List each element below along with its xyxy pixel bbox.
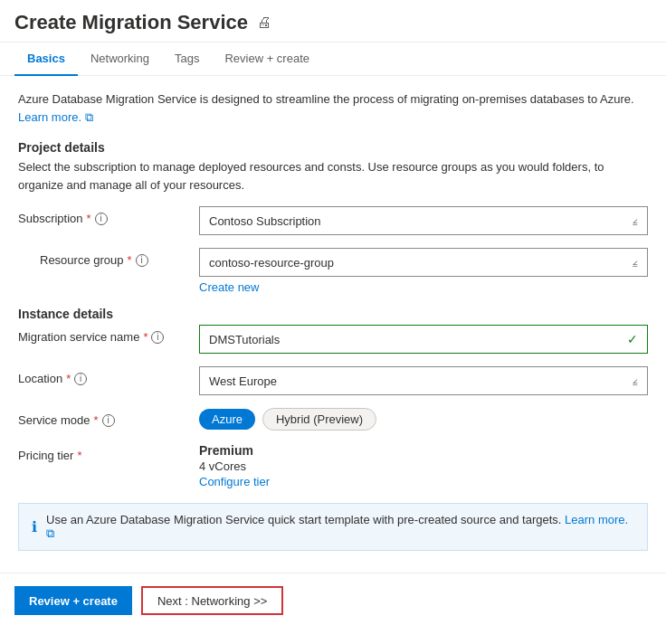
resource-group-info-icon[interactable]: i [136,254,148,267]
migration-service-name-input[interactable]: DMSTutorials ✓ [199,325,648,354]
migration-service-name-required: * [143,330,147,344]
next-networking-button[interactable]: Next : Networking >> [141,586,283,615]
page-header: Create Migration Service 🖨 [0,0,666,43]
migration-service-name-row: Migration service name * i DMSTutorials … [18,325,648,354]
pricing-tier-control: Premium 4 vCores Configure tier [199,443,648,488]
pricing-tier-label: Pricing tier * [18,443,199,462]
resource-group-control: contoso-resource-group ⦤ Create new [199,248,648,294]
subscription-chevron: ⦤ [633,215,638,226]
subscription-control: Contoso Subscription ⦤ [199,206,648,235]
service-mode-info-icon[interactable]: i [102,414,115,427]
location-select[interactable]: West Europe ⦤ [199,366,648,395]
service-mode-hybrid[interactable]: Hybrid (Preview) [262,408,376,431]
footer: Review + create Next : Networking >> [0,573,666,628]
tab-review-create[interactable]: Review + create [212,43,322,76]
review-create-button[interactable]: Review + create [14,586,132,615]
resource-group-select[interactable]: contoso-resource-group ⦤ [199,248,648,277]
migration-service-name-control: DMSTutorials ✓ [199,325,648,354]
tab-basics[interactable]: Basics [14,43,78,76]
valid-check-icon: ✓ [627,332,638,346]
intro-description: Azure Database Migration Service is desi… [18,90,648,126]
resource-group-row: Resource group * i contoso-resource-grou… [33,248,648,294]
subscription-required: * [87,212,91,225]
subscription-label: Subscription * i [18,206,199,225]
tab-networking[interactable]: Networking [78,43,162,76]
tab-bar: Basics Networking Tags Review + create [0,43,666,76]
pricing-tier-name: Premium [199,443,648,458]
migration-service-name-label: Migration service name * i [18,325,199,344]
intro-section: Azure Database Migration Service is desi… [18,90,648,126]
service-mode-label: Service mode * i [18,408,199,427]
subscription-select[interactable]: Contoso Subscription ⦤ [199,206,648,235]
intro-learn-more-link[interactable]: Learn more. ⧉ [18,110,93,124]
subscription-row: Subscription * i Contoso Subscription ⦤ [18,206,648,235]
location-label: Location * i [18,366,199,385]
pricing-tier-required: * [77,449,81,462]
migration-service-name-info-icon[interactable]: i [151,331,164,344]
info-banner-icon: ℹ [32,518,37,535]
resource-group-chevron: ⦤ [633,257,638,268]
location-control: West Europe ⦤ [199,366,648,395]
resource-group-required: * [128,253,132,267]
pricing-tier-row: Pricing tier * Premium 4 vCores Configur… [18,443,648,488]
service-mode-azure[interactable]: Azure [199,409,255,430]
project-details-title: Project details [18,140,648,155]
service-mode-control: Azure Hybrid (Preview) [199,408,648,431]
instance-details-title: Instance details [18,307,648,321]
service-mode-options: Azure Hybrid (Preview) [199,408,648,431]
resource-group-label: Resource group * i [40,248,221,267]
page-title: Create Migration Service [14,11,248,34]
location-row: Location * i West Europe ⦤ [18,366,648,395]
service-mode-row: Service mode * i Azure Hybrid (Preview) [18,408,648,431]
location-info-icon[interactable]: i [74,373,87,385]
info-banner: ℹ Use an Azure Database Migration Servic… [18,503,648,551]
create-new-link[interactable]: Create new [199,280,648,294]
main-content: Azure Database Migration Service is desi… [0,76,666,565]
project-details-description: Select the subscription to manage deploy… [18,158,648,194]
configure-tier-link[interactable]: Configure tier [199,475,270,488]
subscription-info-icon[interactable]: i [95,213,108,225]
tab-tags[interactable]: Tags [162,43,212,76]
print-icon[interactable]: 🖨 [257,14,271,31]
service-mode-required: * [93,413,98,427]
location-chevron: ⦤ [633,375,638,386]
pricing-tier-cores: 4 vCores [199,459,648,473]
info-banner-text: Use an Azure Database Migration Service … [46,513,634,541]
location-required: * [66,372,71,385]
